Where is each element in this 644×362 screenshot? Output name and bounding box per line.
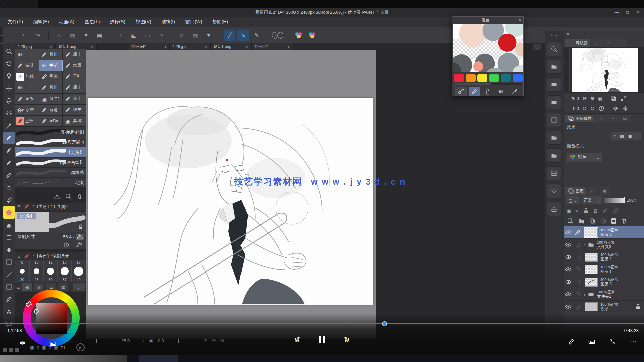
document-tab[interactable]: 插画54* ●: [252, 43, 292, 50]
layer-thumbnail[interactable]: [585, 278, 598, 287]
panel-menu-icon[interactable]: [566, 32, 570, 37]
brush-size-option[interactable]: 10 25: [30, 260, 44, 282]
minimize-panel-icon[interactable]: –: [514, 18, 516, 22]
tab-close-icon[interactable]: ●: [287, 45, 289, 49]
zoom-out-icon[interactable]: ⊖: [582, 95, 587, 102]
rewind-10-button[interactable]: ↺10: [294, 338, 300, 342]
subtool-item[interactable]: 瞳十: [63, 94, 86, 104]
magic-wand-tool[interactable]: [3, 107, 15, 119]
status-rotate-value[interactable]: 0.0: [158, 338, 164, 343]
sv-cursor[interactable]: [34, 309, 39, 314]
brush-item[interactable]: 颗粒感: [15, 168, 86, 178]
transfer-layer-icon[interactable]: [589, 218, 596, 224]
menu-item[interactable]: 滤镜(I): [156, 19, 180, 25]
material-3d-icon[interactable]: [547, 95, 561, 109]
zoom-out-icon[interactable]: −: [135, 338, 137, 343]
subtool-item[interactable]: 眠羊: [63, 105, 86, 115]
material-grid-icon[interactable]: [547, 166, 561, 180]
tab-overflow-button[interactable]: [533, 44, 541, 50]
tab-close-icon[interactable]: ✕: [91, 45, 94, 49]
paint-blob2-icon[interactable]: ♥: [203, 30, 214, 41]
enable-mask-icon[interactable]: [602, 207, 608, 214]
collapse-right-icon[interactable]: »: [555, 32, 558, 37]
curve-ruler-icon[interactable]: ∿: [237, 30, 249, 41]
folder-expand-icon[interactable]: [582, 242, 587, 248]
paint-blob-icon[interactable]: ♥: [80, 30, 92, 41]
subtool-item[interactable]: 勾线: [15, 71, 39, 82]
panel-menu-icon[interactable]: [454, 18, 458, 22]
delete-brush-icon[interactable]: [76, 193, 83, 200]
new-layer-icon[interactable]: [567, 218, 574, 224]
tab-subview[interactable]: ▢: [591, 39, 602, 47]
burst2-icon[interactable]: ✳: [176, 30, 187, 41]
tab-tone[interactable]: ◑: [595, 115, 606, 122]
collapse-left-icon[interactable]: «: [550, 32, 553, 37]
operate-tool[interactable]: [3, 70, 15, 82]
material-box-icon[interactable]: [547, 77, 561, 92]
material-portrait-icon[interactable]: [547, 60, 561, 74]
mixer-scrollbar[interactable]: [454, 83, 522, 85]
mini-player-icon[interactable]: [588, 338, 595, 345]
layer-row[interactable]: 100 %正常 文件夹3: [564, 239, 644, 251]
blend-mode-dropdown[interactable]: 正常: [582, 196, 602, 204]
clip-to-layer-icon[interactable]: ▣: [567, 208, 571, 214]
tab-effect[interactable]: ◒: [607, 115, 619, 122]
straight-ruler-icon[interactable]: ╱: [224, 30, 235, 41]
color-swatch[interactable]: [513, 74, 523, 82]
lock-icon[interactable]: [77, 224, 84, 230]
grid2-icon[interactable]: ▦: [190, 30, 201, 41]
subtool-item[interactable]: 猫鲨: [15, 60, 39, 71]
reference-layer-icon[interactable]: ✳: [575, 208, 579, 214]
frame-tool[interactable]: [3, 281, 15, 293]
eraser-tool[interactable]: [3, 219, 15, 231]
layer-row[interactable]: 100 %正常 文件夹1: [564, 288, 644, 301]
subtool-item[interactable]: 川川: [39, 82, 62, 93]
subtool-item[interactable]: ★Ba: [39, 116, 62, 126]
document-tab[interactable]: 观音1.png ✕: [211, 43, 252, 50]
zoom-tool[interactable]: [3, 45, 15, 57]
size-dropdown-button[interactable]: [76, 234, 84, 240]
panel-menu-icon[interactable]: [17, 254, 21, 259]
layer-visibility-toggle[interactable]: [564, 239, 573, 251]
back-button[interactable]: ←: [3, 0, 8, 6]
merge-layer-icon[interactable]: [600, 218, 607, 224]
pen-tool-3[interactable]: [3, 157, 15, 169]
tone-effect-icon[interactable]: ▨: [620, 133, 624, 139]
import-brush-icon[interactable]: [54, 193, 60, 200]
subtool-item[interactable]: 川川: [39, 49, 62, 60]
layer-visibility-toggle[interactable]: [564, 226, 573, 238]
brush-size-option[interactable]: 12 30: [44, 260, 58, 282]
menu-item[interactable]: 文件(F): [3, 19, 28, 25]
mix-dropper-icon[interactable]: [509, 87, 520, 96]
wrench-icon[interactable]: [76, 242, 83, 248]
tab-navigator[interactable]: 导航器: [565, 39, 590, 47]
tab-close-icon[interactable]: ✕: [50, 45, 53, 49]
marker-tool[interactable]: [3, 169, 15, 181]
brush-size-option[interactable]: 15 37: [58, 260, 72, 282]
fit-screen-icon[interactable]: ◉: [598, 95, 603, 102]
brush-size-option[interactable]: 8 20: [15, 260, 30, 282]
reset-view-icon[interactable]: ⟲: [220, 338, 224, 343]
rotate-right-icon[interactable]: ↷: [212, 338, 216, 343]
opacity-value[interactable]: 100: [627, 198, 634, 203]
duplicate-brush-icon[interactable]: [65, 193, 72, 200]
status-zoom-value[interactable]: 25.0: [121, 338, 130, 343]
actual-size-icon[interactable]: [610, 95, 617, 102]
tab-layers[interactable]: 图层: [565, 187, 586, 195]
layer-row[interactable]: 100 %正常 图层 3: [564, 276, 644, 288]
document-tab[interactable]: 4.28.jpg ✕: [170, 43, 211, 50]
subtool-item[interactable]: 离城: [63, 116, 86, 126]
line-tool[interactable]: [3, 268, 15, 281]
fullscreen-icon[interactable]: [620, 95, 627, 102]
line-tool-icon[interactable]: ∖: [115, 30, 126, 41]
spinner-up-icon[interactable]: [73, 234, 74, 239]
nib-tool[interactable]: [3, 194, 15, 206]
pause-button[interactable]: [319, 336, 325, 343]
zoom-in-icon[interactable]: ⊕: [590, 95, 594, 102]
layer-visibility-toggle[interactable]: [564, 301, 573, 313]
lock-transparent-icon[interactable]: ▦: [593, 208, 597, 214]
flip-vertical-icon[interactable]: [622, 105, 629, 112]
lasso-tool[interactable]: [3, 95, 15, 107]
color-swatch[interactable]: [454, 74, 464, 82]
panel-menu-icon[interactable]: [17, 204, 21, 209]
